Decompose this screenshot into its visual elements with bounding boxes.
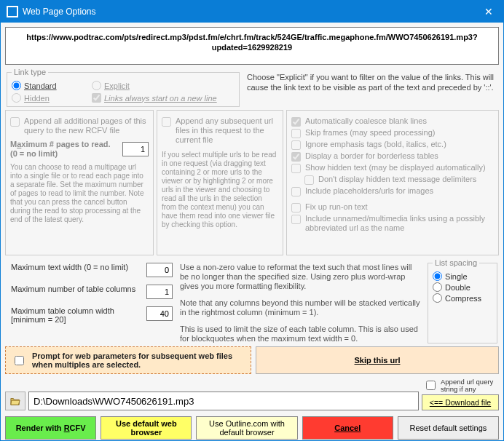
folder-open-icon [10, 396, 20, 406]
max-pages-input[interactable] [122, 142, 149, 156]
max-cols-input[interactable] [146, 285, 173, 299]
check-ignore-emph[interactable]: Ignore emphasis tags (bold, italics, etc… [291, 140, 494, 150]
check-fix-runon[interactable]: Fix up run-on text [291, 202, 494, 212]
append-urls-help: If you select multiple urls to be read i… [162, 151, 278, 229]
list-spacing-legend: List spacing [433, 258, 479, 267]
max-text-width-label: Maximum text width (0 = no limit) [11, 263, 128, 271]
max-text-width-input[interactable] [146, 263, 173, 277]
radio-hidden[interactable]: Hidden [12, 93, 92, 103]
check-skip-frames[interactable]: Skip frames (may speed processing) [291, 128, 494, 138]
close-button[interactable]: ✕ [474, 1, 503, 23]
skip-url-button[interactable]: Skip this url [256, 346, 499, 374]
list-spacing-group: List spacing Single Double Compress [428, 258, 497, 343]
radio-standard[interactable]: Standard [12, 81, 92, 90]
max-col-width-label: Maximum table column width [minimum = 20… [11, 306, 146, 324]
append-urls-pane: Append any subsequent url files in this … [157, 110, 283, 255]
max-col-width-desc: This is used to limit the size of each t… [180, 325, 420, 343]
check-newline-links[interactable]: Links always start on a new line [92, 93, 235, 103]
download-file-button[interactable]: <== Download file [422, 394, 499, 410]
app-icon [7, 6, 18, 17]
use-outline-button[interactable]: Use Outline.com with default browser [196, 416, 297, 440]
titlebar: Web Page Options ✕ [1, 1, 503, 23]
cancel-button[interactable]: Cancel [302, 416, 393, 440]
max-col-width-input[interactable] [146, 306, 173, 321]
max-text-width-desc: Use a non-zero value to reformat the tex… [180, 263, 420, 291]
browse-folder-button[interactable] [5, 392, 25, 410]
max-pages-help: You can choose to read a multipage url i… [10, 163, 149, 224]
check-append-pages[interactable]: Append all additional pages of this quer… [10, 116, 149, 135]
title-text: Web Page Options [23, 7, 96, 17]
link-type-group: Link type Standard Explicit Hidden Links… [7, 68, 240, 107]
use-default-browser-button[interactable]: Use default web browser [101, 416, 192, 440]
check-coalesce[interactable]: Automatically coalesce blank lines [291, 116, 494, 127]
render-rcfv-button[interactable]: Render with RCFV [5, 416, 96, 440]
radio-double[interactable]: Double [433, 282, 492, 292]
options-pane: Automatically coalesce blank lines Skip … [286, 110, 499, 255]
url-textarea[interactable]: https://www.podtrac.com/pts/redirect.mp3… [5, 27, 499, 65]
check-no-hidden-delim[interactable]: Don't display hidden text message delimi… [304, 175, 494, 185]
check-prompt-params[interactable]: Prompt for web parameters for subsequent… [5, 346, 251, 374]
radio-single[interactable]: Single [433, 271, 492, 281]
check-unnamed-links[interactable]: Include unnamed/multimedia links using a… [291, 214, 494, 233]
max-cols-label: Maximum number of table columns [11, 285, 135, 293]
check-display-border[interactable]: Display a border for borderless tables [291, 151, 494, 162]
check-show-hidden[interactable]: Show hidden text (may be displayed autom… [291, 163, 494, 173]
link-type-legend: Link type [12, 68, 48, 76]
append-pages-pane: Append all additional pages of this quer… [5, 110, 154, 255]
check-append-urls[interactable]: Append any subsequent url files in this … [162, 116, 278, 145]
max-pages-label: Maximum # pages to read. (0 = no limit) [10, 140, 118, 159]
download-path-input[interactable] [28, 392, 419, 410]
check-img-placeholders[interactable]: Include placeholders/urls for images [291, 186, 494, 196]
radio-compress[interactable]: Compress [433, 293, 492, 303]
check-append-query[interactable]: Append url query string if any [423, 378, 499, 393]
radio-explicit[interactable]: Explicit [92, 81, 235, 90]
explicit-description: Choose "Explicit" if you want to filter … [244, 68, 499, 107]
reset-defaults-button[interactable]: Reset default settings [398, 416, 499, 440]
max-cols-desc: Note that any columns beyond this number… [180, 298, 420, 317]
